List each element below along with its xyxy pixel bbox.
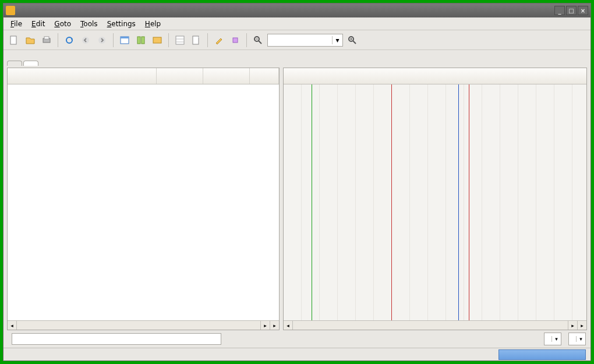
note-icon[interactable] [189, 33, 203, 47]
col-header-start[interactable] [157, 68, 203, 84]
scroll-right-icon[interactable]: ▸ [260, 321, 270, 330]
zoom-out-icon[interactable] [251, 33, 265, 47]
open-file-icon[interactable] [23, 33, 37, 47]
scroll-right2-icon[interactable]: ▸ [270, 321, 279, 330]
col-header-end[interactable] [203, 68, 250, 84]
marker-line-1 [391, 84, 392, 320]
task-table-body [8, 84, 279, 320]
today-line [312, 84, 312, 320]
zoom-level-combo[interactable]: ▾ [267, 34, 343, 47]
chevron-down-icon[interactable]: ▾ [576, 336, 585, 342]
svg-rect-15 [233, 38, 238, 43]
menubar: File Edit Goto Tools Settings Help [3, 17, 591, 30]
task-table-panel: ◂ ▸ ▸ [7, 68, 280, 330]
col-header-task[interactable] [8, 68, 157, 84]
svg-point-3 [66, 37, 72, 43]
svg-point-5 [98, 37, 105, 44]
marker-line-3 [458, 84, 459, 320]
filter-bar: ▾ ▾ [3, 330, 591, 348]
app-icon [6, 6, 15, 15]
scroll-left-icon[interactable]: ◂ [8, 321, 17, 330]
build-icon[interactable] [228, 33, 242, 47]
start-date-field[interactable]: ▾ [544, 333, 561, 345]
new-file-icon[interactable] [7, 33, 21, 47]
close-button[interactable]: × [578, 6, 588, 15]
progress-indicator [498, 349, 586, 360]
tab-editor[interactable] [7, 61, 22, 66]
grid-icon[interactable] [173, 33, 187, 47]
minimize-button[interactable]: _ [554, 6, 565, 15]
filter-input[interactable] [12, 333, 221, 345]
gantt-chart-area[interactable] [284, 84, 586, 320]
chevron-down-icon[interactable]: ▾ [551, 336, 561, 342]
scroll-left-icon[interactable]: ◂ [284, 321, 293, 330]
view-tabs [3, 50, 591, 65]
back-icon[interactable] [79, 33, 93, 47]
svg-rect-11 [176, 36, 184, 44]
view1-icon[interactable] [118, 33, 132, 47]
gantt-panel: ◂ ▸ ▸ [283, 68, 587, 330]
statusbar [3, 348, 591, 361]
menu-file[interactable]: File [7, 19, 26, 29]
svg-rect-7 [121, 37, 129, 38]
col-header-effort[interactable] [250, 68, 279, 84]
titlebar: _ □ × [3, 3, 591, 17]
end-date-field[interactable]: ▾ [568, 333, 586, 345]
svg-rect-0 [10, 36, 16, 44]
svg-rect-14 [193, 36, 199, 44]
forward-icon[interactable] [95, 33, 109, 47]
chevron-down-icon[interactable]: ▾ [332, 36, 342, 44]
refresh-icon[interactable] [62, 33, 76, 47]
view3-icon[interactable] [150, 33, 164, 47]
scroll-right2-icon[interactable]: ▸ [577, 321, 586, 330]
task-h-scrollbar[interactable]: ◂ ▸ ▸ [8, 320, 279, 330]
maximize-button[interactable]: □ [566, 6, 577, 15]
gantt-time-header [284, 68, 586, 84]
clean-icon[interactable] [212, 33, 226, 47]
marker-line-2 [469, 84, 469, 320]
svg-line-20 [353, 41, 356, 44]
svg-rect-9 [142, 37, 144, 44]
scroll-right-icon[interactable]: ▸ [568, 321, 577, 330]
svg-rect-10 [153, 37, 161, 43]
print-icon[interactable] [40, 33, 54, 47]
application-window: _ □ × File Edit Goto Tools Settings Help [3, 3, 591, 361]
menu-tools[interactable]: Tools [77, 19, 101, 29]
toolbar: ▾ [3, 30, 591, 50]
menu-help[interactable]: Help [142, 19, 164, 29]
menu-edit[interactable]: Edit [28, 19, 48, 29]
svg-point-4 [82, 37, 89, 44]
view2-icon[interactable] [134, 33, 148, 47]
gantt-h-scrollbar[interactable]: ◂ ▸ ▸ [284, 320, 586, 330]
zoom-in-icon[interactable] [345, 33, 359, 47]
svg-rect-8 [137, 37, 140, 44]
svg-rect-2 [44, 37, 49, 39]
task-table-header [8, 68, 279, 84]
menu-settings[interactable]: Settings [104, 19, 139, 29]
tab-report[interactable] [23, 61, 38, 66]
menu-goto[interactable]: Goto [51, 19, 75, 29]
svg-line-17 [259, 41, 261, 44]
